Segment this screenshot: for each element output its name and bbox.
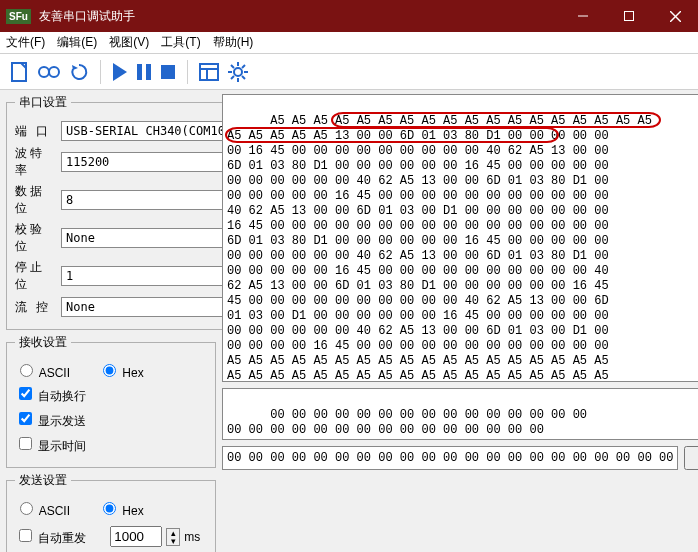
tx-legend: 发送设置 (15, 472, 71, 489)
menu-bar: 文件(F) 编辑(E) 视图(V) 工具(T) 帮助(H) (0, 32, 698, 54)
rx-showsend-check[interactable]: 显示发送 (15, 409, 86, 430)
parity-label: 校验位 (15, 221, 55, 255)
refresh-icon[interactable] (68, 60, 90, 84)
svg-rect-10 (200, 64, 218, 80)
stop-label: 停止位 (15, 259, 55, 293)
svg-point-13 (234, 68, 242, 76)
tool-bar (0, 54, 698, 90)
tx-hex-area-2[interactable]: 00 00 00 00 00 00 00 00 00 00 00 00 00 0… (222, 446, 678, 470)
rx-hex-area[interactable]: A5 A5 A5 A5 A5 A5 A5 A5 A5 A5 A5 A5 A5 A… (222, 94, 698, 382)
rx-hex-radio[interactable]: Hex (98, 361, 144, 380)
svg-rect-8 (146, 64, 151, 80)
tx-interval-input[interactable] (110, 526, 162, 547)
baud-label: 波特率 (15, 145, 55, 179)
tx-hex-area-1[interactable]: 00 00 00 00 00 00 00 00 00 00 00 00 00 0… (222, 388, 698, 440)
play-icon[interactable] (111, 61, 129, 83)
tx-hex-radio[interactable]: Hex (98, 499, 144, 518)
close-button[interactable] (652, 0, 698, 32)
tx-hex2-text: 00 00 00 00 00 00 00 00 00 00 00 00 00 0… (227, 451, 673, 466)
data-label: 数据位 (15, 183, 55, 217)
window-title: 友善串口调试助手 (39, 8, 560, 25)
tx-hex1-text: 00 00 00 00 00 00 00 00 00 00 00 00 00 0… (227, 408, 587, 437)
stop-icon[interactable] (159, 61, 177, 83)
svg-rect-7 (137, 64, 142, 80)
rx-legend: 接收设置 (15, 334, 71, 351)
maximize-button[interactable] (606, 0, 652, 32)
svg-line-21 (231, 76, 234, 79)
svg-line-18 (231, 65, 234, 68)
rx-wrap-check[interactable]: 自动换行 (15, 384, 86, 405)
tx-auto-check[interactable]: 自动重发 (15, 526, 86, 547)
record-icon[interactable] (36, 60, 62, 84)
pause-icon[interactable] (135, 61, 153, 83)
rx-showtime-check[interactable]: 显示时间 (15, 434, 86, 455)
menu-help[interactable]: 帮助(H) (213, 34, 254, 51)
svg-rect-1 (625, 12, 634, 21)
svg-line-20 (242, 65, 245, 68)
spin-buttons[interactable]: ▴▾ (166, 528, 180, 546)
rx-settings-group: 接收设置 ASCII Hex 自动换行 显示发送 显示时间 (6, 334, 216, 468)
serial-legend: 串口设置 (15, 94, 71, 111)
send-button[interactable]: 发送 (684, 446, 698, 470)
ms-label: ms (184, 530, 200, 544)
svg-line-19 (242, 76, 245, 79)
app-icon: SFu (6, 9, 31, 24)
window-icon[interactable] (198, 61, 220, 83)
rx-ascii-radio[interactable]: ASCII (15, 361, 70, 380)
rx-hex-text: A5 A5 A5 A5 A5 A5 A5 A5 A5 A5 A5 A5 A5 A… (227, 114, 652, 382)
port-label: 端 口 (15, 123, 55, 140)
svg-point-5 (39, 67, 49, 77)
tx-settings-group: 发送设置 ASCII Hex 自动重发 ▴▾ ms (6, 472, 216, 552)
tx-ascii-radio[interactable]: ASCII (15, 499, 70, 518)
minimize-button[interactable] (560, 0, 606, 32)
menu-edit[interactable]: 编辑(E) (57, 34, 97, 51)
title-bar: SFu 友善串口调试助手 (0, 0, 698, 32)
flow-label: 流 控 (15, 299, 55, 316)
menu-view[interactable]: 视图(V) (109, 34, 149, 51)
gear-icon[interactable] (226, 60, 250, 84)
svg-point-6 (49, 67, 59, 77)
new-icon[interactable] (8, 60, 30, 84)
menu-file[interactable]: 文件(F) (6, 34, 45, 51)
menu-tools[interactable]: 工具(T) (161, 34, 200, 51)
svg-rect-9 (161, 65, 175, 79)
